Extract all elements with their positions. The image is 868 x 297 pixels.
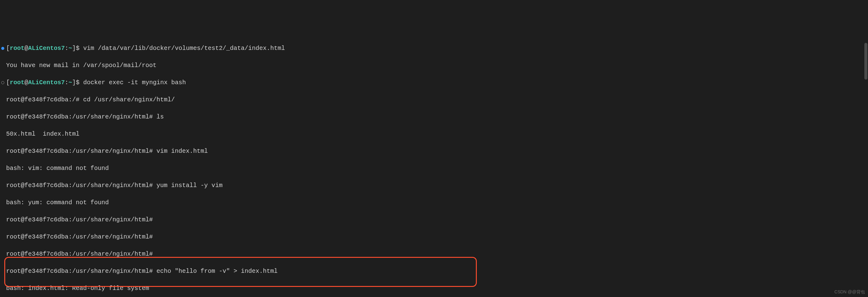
container-prompt: root@fe348f7c6dba:/usr/share/nginx/html# <box>6 216 156 223</box>
container-prompt: root@fe348f7c6dba:/usr/share/nginx/html# <box>6 147 156 155</box>
prompt-user: root <box>10 45 25 52</box>
terminal-line: You have new mail in /var/spool/mail/roo… <box>1 61 868 70</box>
terminal-line: root@fe348f7c6dba:/# cd /usr/share/nginx… <box>1 96 868 104</box>
status-dot-icon <box>1 81 4 84</box>
terminal-line: root@fe348f7c6dba:/usr/share/nginx/html# <box>1 250 868 259</box>
output-text: 50x.html index.html <box>6 130 80 137</box>
prompt-user: root <box>10 79 25 86</box>
terminal-line: 50x.html index.html <box>1 130 868 138</box>
terminal-line: root@fe348f7c6dba:/usr/share/nginx/html#… <box>1 113 868 121</box>
terminal-line: root@fe348f7c6dba:/usr/share/nginx/html#… <box>1 147 868 156</box>
colon: : <box>65 45 68 52</box>
terminal-line: root@fe348f7c6dba:/usr/share/nginx/html#… <box>1 267 868 275</box>
at-sign: @ <box>25 79 28 86</box>
container-prompt: root@fe348f7c6dba:/# <box>6 96 83 103</box>
terminal-line: root@fe348f7c6dba:/usr/share/nginx/html# <box>1 216 868 224</box>
terminal-line: root@fe348f7c6dba:/usr/share/nginx/html#… <box>1 181 868 190</box>
prompt-path: ~ <box>68 79 72 86</box>
terminal-line: bash: vim: command not found <box>1 164 868 173</box>
command-text: docker exec -it mynginx bash <box>83 79 186 86</box>
command-text: vim index.html <box>156 147 208 155</box>
output-text: bash: vim: command not found <box>6 165 109 172</box>
container-prompt: root@fe348f7c6dba:/usr/share/nginx/html# <box>6 250 156 258</box>
terminal-line: bash: index.html: Read-only file system <box>1 284 868 293</box>
command-text: echo "hello from -v" > index.html <box>156 268 278 275</box>
terminal-line: [root@ALiCentos7:~]$ docker exec -it myn… <box>1 78 868 87</box>
container-prompt: root@fe348f7c6dba:/usr/share/nginx/html# <box>6 113 156 120</box>
output-text: bash: index.html: Read-only file system <box>6 285 149 292</box>
command-text: ls <box>156 113 164 120</box>
bracket: [ <box>6 79 10 86</box>
output-text: bash: yum: command not found <box>6 199 109 206</box>
terminal-line: root@fe348f7c6dba:/usr/share/nginx/html# <box>1 233 868 241</box>
colon: : <box>65 79 68 86</box>
scrollbar-thumb[interactable] <box>864 43 867 80</box>
prompt-path: ~ <box>68 45 72 52</box>
terminal-line: [root@ALiCentos7:~]$ vim /data/var/lib/d… <box>1 44 868 53</box>
watermark-text: CSDN @@背包 <box>834 289 865 295</box>
bracket: [ <box>6 45 10 52</box>
command-text: cd /usr/share/nginx/html/ <box>83 96 175 103</box>
container-prompt: root@fe348f7c6dba:/usr/share/nginx/html# <box>6 233 156 240</box>
status-dot-icon <box>1 47 4 50</box>
command-text: yum install -y vim <box>156 182 222 189</box>
container-prompt: root@fe348f7c6dba:/usr/share/nginx/html# <box>6 182 156 189</box>
terminal-line: bash: yum: command not found <box>1 198 868 207</box>
container-prompt: root@fe348f7c6dba:/usr/share/nginx/html# <box>6 268 156 275</box>
command-text: vim /data/var/lib/docker/volumes/test2/_… <box>83 45 285 52</box>
terminal-output[interactable]: [root@ALiCentos7:~]$ vim /data/var/lib/d… <box>0 34 868 297</box>
prompt-host: ALiCentos7 <box>28 45 65 52</box>
bracket-close: ]$ <box>72 45 83 52</box>
at-sign: @ <box>25 45 28 52</box>
output-text: You have new mail in /var/spool/mail/roo… <box>6 62 156 69</box>
bracket-close: ]$ <box>72 79 83 86</box>
prompt-host: ALiCentos7 <box>28 79 65 86</box>
